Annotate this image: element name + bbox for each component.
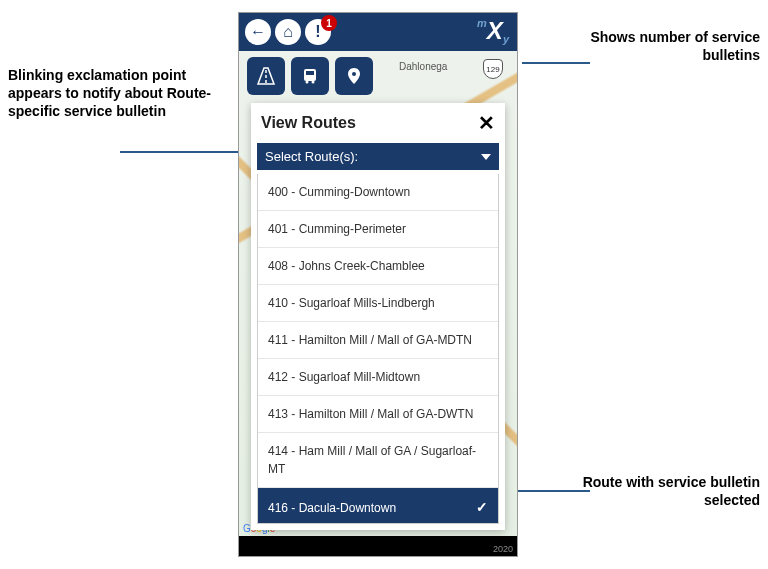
route-label: 412 - Sugarloaf Mill-Midtown [268,368,420,386]
select-label: Select Route(s): [265,149,358,164]
route-label: 410 - Sugarloaf Mills-Lindbergh [268,294,435,312]
connector-line [120,151,238,153]
chevron-down-icon [481,154,491,160]
route-label: 400 - Cumming-Downtown [268,183,410,201]
route-label: 414 - Ham Mill / Mall of GA / Sugarloaf-… [268,442,488,478]
annotation-selected-route: Route with service bulletin selected [580,473,760,509]
app-topbar: ← ⌂ ! 1 mXy [239,13,517,51]
svg-point-4 [352,72,356,76]
route-item[interactable]: 400 - Cumming-Downtown [258,174,498,211]
svg-point-2 [306,81,309,84]
svg-rect-1 [306,71,314,75]
route-label: 411 - Hamilton Mill / Mall of GA-MDTN [268,331,472,349]
connector-line [518,490,590,492]
view-routes-panel: View Routes ✕ Select Route(s): 400 - Cum… [251,103,505,530]
highway-shield-icon: 129 [483,59,503,79]
close-button[interactable]: ✕ [478,111,495,135]
route-list[interactable]: 400 - Cumming-Downtown401 - Cumming-Peri… [257,174,499,524]
g-letter: G [243,523,251,534]
panel-title: View Routes [261,114,356,132]
checkmark-icon: ✓ [476,497,488,518]
route-item[interactable]: 413 - Hamilton Mill / Mall of GA-DWTN [258,396,498,433]
map-city-label: Dahlonega [399,61,447,72]
route-label: 413 - Hamilton Mill / Mall of GA-DWTN [268,405,473,423]
alerts-button[interactable]: ! 1 [305,19,331,45]
exclamation-icon: ! [315,23,320,41]
home-button[interactable]: ⌂ [275,19,301,45]
bottom-bar: 2020 [239,536,517,556]
route-item[interactable]: 414 - Ham Mill / Mall of GA / Sugarloaf-… [258,433,498,488]
route-item[interactable]: 411 - Hamilton Mill / Mall of GA-MDTN [258,322,498,359]
brand-x: X [487,17,503,44]
route-label: 416 - Dacula-Downtown [268,499,396,517]
copyright-year: 2020 [493,544,513,554]
brand-logo: mXy [477,17,509,45]
mode-road-button[interactable] [247,57,285,95]
brand-y: y [503,33,509,45]
route-item[interactable]: 410 - Sugarloaf Mills-Lindbergh [258,285,498,322]
annotation-alert-icon: Blinking exclamation point appears to no… [8,66,223,121]
back-arrow-icon: ← [250,23,266,41]
annotation-badge-count: Shows number of service bulletins [580,28,760,64]
route-label: 401 - Cumming-Perimeter [268,220,406,238]
alert-count-badge: 1 [321,15,337,31]
home-icon: ⌂ [283,23,293,41]
route-item[interactable]: 416 - Dacula-Downtown✓ [258,488,498,524]
route-item[interactable]: 412 - Sugarloaf Mill-Midtown [258,359,498,396]
route-label: 408 - Johns Creek-Chamblee [268,257,425,275]
mode-location-button[interactable] [335,57,373,95]
route-item[interactable]: 408 - Johns Creek-Chamblee [258,248,498,285]
mode-toolbar [247,57,373,95]
back-button[interactable]: ← [245,19,271,45]
map-pin-icon [344,66,364,86]
svg-point-3 [312,81,315,84]
brand-m: m [477,17,487,29]
mode-bus-button[interactable] [291,57,329,95]
road-icon [256,66,276,86]
connector-line [522,62,590,64]
bus-icon [300,66,320,86]
route-item[interactable]: 401 - Cumming-Perimeter [258,211,498,248]
route-select-dropdown[interactable]: Select Route(s): [257,143,499,170]
panel-header: View Routes ✕ [251,103,505,143]
phone-screen: ← ⌂ ! 1 mXy Dahlonega 129 View Routes [238,12,518,557]
